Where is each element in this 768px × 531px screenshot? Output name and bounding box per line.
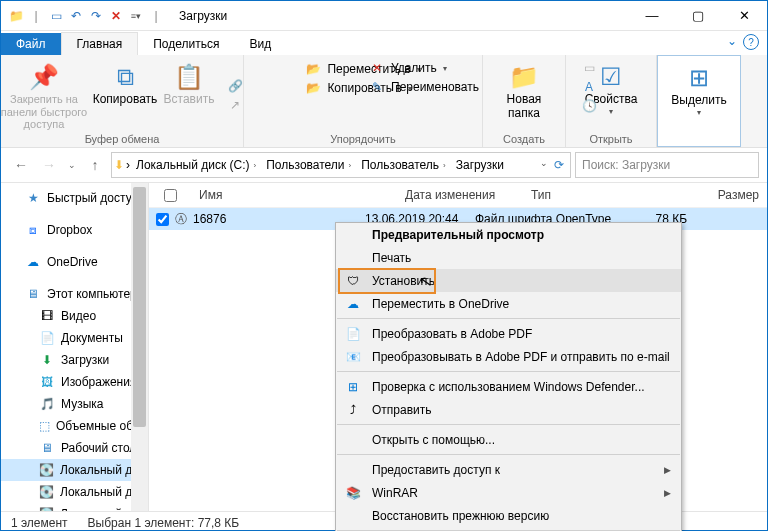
tree-item[interactable]: 📄Документы [1,327,148,349]
up-button[interactable]: ↑ [83,153,107,177]
menu-restore[interactable]: Восстановить прежнюю версию [336,504,681,527]
edit-small-button[interactable]: A [581,79,597,95]
tree-item[interactable]: ⬇Загрузки [1,349,148,371]
crumb[interactable]: Локальный диск (C:)› [132,158,260,172]
select-button[interactable]: ⊞ Выделить ▾ [669,60,729,119]
menu-open-with[interactable]: Открыть с помощью... [336,428,681,451]
pin-icon: 📌 [29,61,59,93]
group-label: Упорядочить [330,133,395,145]
tree-quick-access[interactable]: ★Быстрый доступ [1,187,148,209]
crumb[interactable]: Загрузки [452,158,508,172]
delete-icon: ✕ [369,60,385,76]
paste-button[interactable]: 📋 Вставить [159,59,219,133]
tree-item[interactable]: 🎞Видео [1,305,148,327]
menu-preview[interactable]: Предварительный просмотр [336,223,681,246]
context-menu: Предварительный просмотр Печать 🛡Установ… [335,222,682,531]
tab-home[interactable]: Главная [61,32,139,55]
drive-icon: 💽 [39,506,54,511]
select-all-checkbox[interactable] [164,189,177,202]
minimize-button[interactable]: — [629,1,675,30]
menu-winrar[interactable]: 📚WinRAR▶ [336,481,681,504]
tree-item[interactable]: ⬚Объемные объекты [1,415,148,437]
tree-item[interactable]: 🖥Рабочий стол [1,437,148,459]
properties-icon[interactable]: ▭ [47,7,65,25]
rename-button[interactable]: ✎Переименовать [369,79,479,95]
maximize-button[interactable]: ▢ [675,1,721,30]
history-small-button[interactable]: 🕓 [581,98,597,114]
copy-button[interactable]: ⧉ Копировать [95,59,155,133]
dropdown-icon[interactable]: ⌄ [540,158,548,172]
tree-this-pc[interactable]: 🖥Этот компьютер [1,283,148,305]
forward-button[interactable]: → [37,153,61,177]
address-bar-row: ← → ⌄ ↑ ⬇ › Локальный диск (C:)› Пользов… [1,148,767,183]
tree-scrollbar[interactable] [131,183,148,511]
rename-icon: ✎ [369,79,385,95]
delete-icon[interactable]: ✕ [107,7,125,25]
tab-share[interactable]: Поделиться [138,33,234,55]
tab-file[interactable]: Файл [1,33,61,55]
file-name: 16876 [193,212,226,226]
search-input[interactable]: Поиск: Загрузки [575,152,759,178]
tree-item[interactable]: 💽Локальный диск (D:) [1,481,148,503]
menu-access[interactable]: Предоставить доступ к▶ [336,458,681,481]
redo-icon[interactable]: ↷ [87,7,105,25]
status-selection: Выбран 1 элемент: 77,8 КБ [88,516,240,530]
properties-icon: ☑ [600,61,622,93]
menu-share[interactable]: ⤴Отправить [336,398,681,421]
drive-icon: 💽 [39,462,54,478]
menu-print[interactable]: Печать [336,246,681,269]
paste-shortcut-button[interactable]: ↗ [227,97,243,113]
pin-button[interactable]: 📌 Закрепить на панели быстрого доступа [0,59,91,133]
shortcut-icon: ↗ [227,97,243,113]
group-label: Создать [503,133,545,145]
col-date[interactable]: Дата изменения [397,188,523,202]
pc-icon: 🖥 [25,286,41,302]
copy-path-button[interactable]: 🔗 [227,78,243,94]
undo-icon[interactable]: ↶ [67,7,85,25]
tree-item[interactable]: 💽Локальный диск (E:) [1,503,148,511]
col-size[interactable]: Размер [691,188,767,202]
row-checkbox[interactable] [156,213,169,226]
3d-icon: ⬚ [39,418,50,434]
tree-item[interactable]: 🎵Музыка [1,393,148,415]
help-icon[interactable]: ? [743,34,759,50]
onedrive-icon: ☁ [25,254,41,270]
back-button[interactable]: ← [9,153,33,177]
crumb[interactable]: Пользователи› [262,158,355,172]
pdf-mail-icon: 📧 [344,348,362,366]
docs-icon: 📄 [39,330,55,346]
menu-adobe-pdf[interactable]: 📄Преобразовать в Adobe PDF [336,322,681,345]
col-name[interactable]: Имя [191,188,397,202]
share-icon: ⤴ [344,401,362,419]
tree-dropbox[interactable]: ⧈Dropbox [1,219,148,241]
folder-icon: 📁 [509,61,539,93]
tree-item[interactable]: 🖼Изображения [1,371,148,393]
col-type[interactable]: Тип [523,188,691,202]
window-title: Загрузки [179,9,227,23]
divider-icon: | [147,7,165,25]
refresh-icon[interactable]: ⟳ [554,158,564,172]
close-button[interactable]: ✕ [721,1,767,30]
menu-install[interactable]: 🛡Установить [336,269,681,292]
down-arrow-icon[interactable]: ⬇ [114,158,124,172]
expand-ribbon-icon[interactable]: ⌄ [727,34,737,50]
new-folder-button[interactable]: 📁 Новая папка [494,59,554,123]
pdf-icon: 📄 [344,325,362,343]
crumb[interactable]: Пользователь› [357,158,450,172]
breadcrumb-bar[interactable]: ⬇ › Локальный диск (C:)› Пользователи› П… [111,152,571,178]
tree-onedrive[interactable]: ☁OneDrive [1,251,148,273]
recent-button[interactable]: ⌄ [65,153,79,177]
folder-icon[interactable]: 📁 [7,7,25,25]
delete-button[interactable]: ✕Удалить ▾ [369,60,479,76]
column-headers[interactable]: Имя Дата изменения Тип Размер [149,183,767,208]
menu-move-onedrive[interactable]: ☁Переместить в OneDrive [336,292,681,315]
status-count: 1 элемент [11,516,68,530]
menu-adobe-mail[interactable]: 📧Преобразовывать в Adobe PDF и отправить… [336,345,681,368]
tab-view[interactable]: Вид [234,33,286,55]
download-icon: ⬇ [39,352,55,368]
tree-item[interactable]: 💽Локальный диск (C:) [1,459,148,481]
ribbon: 📌 Закрепить на панели быстрого доступа ⧉… [1,55,767,148]
open-small-button[interactable]: ▭ [581,60,597,76]
menu-defender[interactable]: ⊞Проверка с использованием Windows Defen… [336,375,681,398]
qat-dropdown-icon[interactable]: ≡▾ [127,7,145,25]
